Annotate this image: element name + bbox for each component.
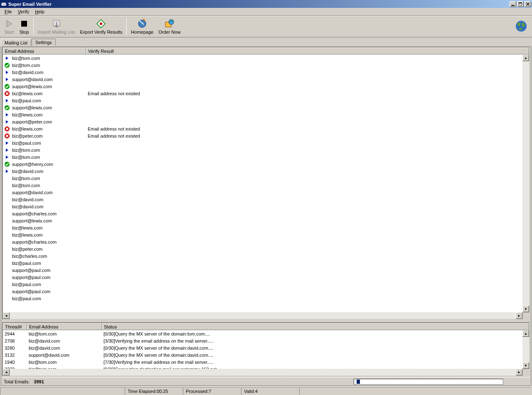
list-row[interactable]: support@lewis.com [3,83,529,90]
col-header-status[interactable]: Status [102,323,529,330]
scroll-left-icon[interactable]: ◄ [3,312,10,319]
start-button[interactable]: Start [2,17,17,36]
row-email: biz@david.com [10,169,86,174]
list-row[interactable]: biz@tom.com [3,153,529,160]
scroll-right-icon[interactable]: ► [516,369,522,375]
homepage-button[interactable]: Homepage [128,17,156,36]
minimize-button[interactable] [510,1,516,7]
thread-row[interactable]: 3280biz@david.com[0/30]Query the MX serv… [3,344,529,351]
info-bar: Total Emails: 3991 [1,377,531,385]
blank-icon [4,175,10,182]
row-email: biz@paul.com [10,296,86,301]
thread-email: biz@david.com [27,338,102,343]
row-email: support@peter.com [10,119,86,124]
progress-fill [357,380,360,384]
vertical-scrollbar[interactable]: ▲ ▼ [522,330,529,369]
thread-row[interactable]: 3132support@david.com[0/30]Query the MX … [3,351,529,358]
thread-email: support@david.com [27,353,102,358]
list-row[interactable]: biz@david.com [3,203,529,210]
tab-bar: Mailing List Settings [0,37,532,46]
list-row[interactable]: biz@lewis.com [3,111,529,118]
row-email: support@david.com [10,190,86,195]
thread-row[interactable]: 1940biz@tom.com[7/30]Verifying the email… [3,358,529,365]
list-row[interactable]: biz@tom.com [3,182,529,189]
list-row[interactable]: support@paul.com [3,274,529,281]
list-row[interactable]: biz@tom.com [3,62,529,69]
menu-help[interactable]: Help [32,8,47,15]
list-row[interactable]: biz@paul.com [3,139,529,146]
list-row[interactable]: biz@peter.comEmail address not existed [3,132,529,139]
list-row[interactable]: support@lewis.com [3,104,529,111]
blank-icon [4,189,10,196]
horizontal-scrollbar[interactable]: ◄ ► [3,369,522,375]
list-row[interactable]: biz@lewis.com [3,224,529,231]
blank-icon [4,225,10,231]
list-row[interactable]: support@charles.com [3,238,529,245]
arrow-icon [4,168,10,175]
menu-verify[interactable]: Verify [15,8,32,15]
stop-button[interactable]: Stop [17,17,32,36]
scroll-up-icon[interactable]: ▲ [522,330,529,337]
close-button[interactable] [525,1,531,7]
list-row[interactable]: support@peter.com [3,118,529,125]
list-row[interactable]: biz@paul.com [3,97,529,104]
scroll-down-icon[interactable]: ▼ [522,362,529,369]
thread-status: [7/30]Verifying the email address on the… [102,360,529,365]
list-row[interactable]: biz@tom.com [3,54,529,62]
maximize-button[interactable] [517,1,524,7]
import-button[interactable]: Import Mailing List [35,17,77,36]
list-row[interactable]: support@david.com [3,189,529,196]
list-header-row: Email Address Verify Result [3,47,529,54]
scroll-left-icon[interactable]: ◄ [3,369,10,375]
horizontal-scrollbar[interactable]: ◄ ► [3,312,522,319]
row-email: biz@charles.com [10,254,86,259]
row-email: biz@david.com [10,197,86,202]
list-row[interactable]: support@lewis.com [3,217,529,224]
svg-rect-3 [519,2,522,3]
menu-file[interactable]: File [2,8,15,15]
vertical-scrollbar[interactable]: ▲ ▼ [522,54,529,312]
thread-row[interactable]: 2708biz@david.com[3/30]Verifying the ema… [3,337,529,344]
list-body[interactable]: biz@tom.combiz@tom.combiz@david.comsuppo… [3,54,529,319]
col-header-thread-email[interactable]: Email Address [27,323,102,330]
list-row[interactable]: biz@david.com [3,168,529,175]
list-row[interactable]: biz@david.com [3,69,529,76]
export-button[interactable]: Export Verify Results [77,17,125,36]
list-row[interactable]: support@david.com [3,76,529,83]
col-header-result[interactable]: Verify Result [86,47,529,54]
list-row[interactable]: support@paul.com [3,267,529,274]
list-row[interactable]: biz@lewis.comEmail address not existed [3,125,529,132]
col-header-thread[interactable]: Thread# [3,323,27,330]
list-row[interactable]: biz@lewis.com [3,231,529,238]
status-valid: Valid:4 [241,387,299,395]
cross-icon [4,126,10,132]
list-row[interactable]: support@charles.com [3,210,529,217]
blank-icon [4,182,10,189]
scroll-right-icon[interactable]: ► [516,312,522,319]
tab-mailing-list[interactable]: Mailing List [1,39,31,46]
list-row[interactable]: biz@peter.com [3,245,529,252]
list-row[interactable]: support@paul.com [3,288,529,295]
thread-row[interactable]: 2944biz@tom.com[0/30]Query the MX server… [3,330,529,337]
order-button[interactable]: Order Now [156,17,183,36]
list-row[interactable]: support@henry.com [3,160,529,168]
list-row[interactable]: biz@charles.com [3,252,529,259]
globe-button[interactable] [512,17,530,36]
list-row[interactable]: biz@lewis.comEmail address not existed [3,90,529,97]
list-row[interactable]: biz@david.com [3,196,529,203]
tab-settings[interactable]: Settings [32,39,56,46]
list-row[interactable]: biz@paul.com [3,295,529,302]
thread-panel: Thread# Email Address Status 2944biz@tom… [2,322,530,376]
row-email: biz@david.com [10,70,86,75]
svg-point-8 [169,20,174,25]
scroll-up-icon[interactable]: ▲ [522,54,529,61]
row-email: support@lewis.com [10,218,86,223]
scroll-down-icon[interactable]: ▼ [522,306,529,312]
thread-id: 1940 [3,360,27,365]
col-header-email[interactable]: Email Address [3,47,86,54]
list-row[interactable]: biz@paul.com [3,281,529,288]
list-row[interactable]: biz@tom.com [3,175,529,182]
list-row[interactable]: biz@paul.com [3,259,529,267]
blank-icon [4,295,10,302]
list-row[interactable]: biz@tom.com [3,146,529,153]
